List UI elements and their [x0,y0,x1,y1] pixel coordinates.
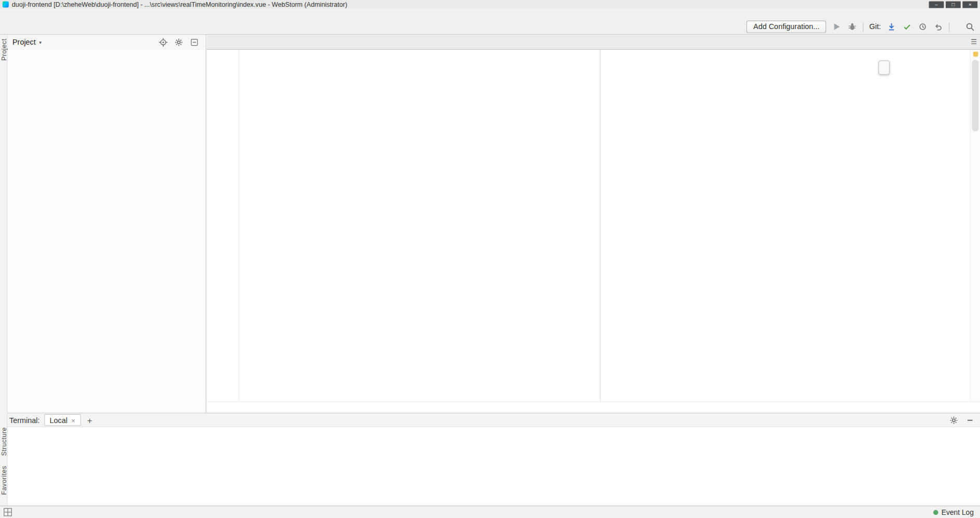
project-panel: Project ▼ [7,35,206,413]
terminal-tab-local[interactable]: Local × [44,414,81,426]
inspection-indicator[interactable] [973,52,978,57]
terminal-output[interactable] [0,427,980,506]
webstorm-window: duoji-frontend [D:\zheheWeb\duoji-fronte… [0,0,980,518]
locate-file-icon[interactable] [158,37,168,47]
statusbar: Event Log [0,506,980,518]
collapse-all-icon[interactable] [190,37,199,47]
close-button[interactable]: × [962,1,977,8]
project-tree[interactable] [7,50,205,413]
run-icon[interactable] [832,22,842,32]
browser-toolbar [878,60,890,75]
event-log-icon [933,510,938,515]
revert-icon[interactable] [933,22,943,32]
code-editor[interactable] [240,50,970,402]
tool-window-switcher-icon[interactable] [4,508,12,516]
code-area[interactable] [207,50,980,402]
toolbar-separator [949,22,949,32]
maximize-button[interactable]: □ [946,1,961,8]
history-icon[interactable] [918,22,928,32]
editor-scrollbar[interactable] [970,50,980,402]
terminal-settings-icon[interactable] [949,415,959,425]
git-commit-icon[interactable] [902,22,912,32]
git-label: Git: [869,22,881,31]
tool-window-stripe: Project Structure Favorites [0,35,7,506]
gear-icon[interactable] [174,37,184,47]
close-icon[interactable]: × [71,416,75,424]
event-log-label: Event Log [942,508,974,515]
project-panel-header: Project ▼ [7,35,205,50]
editor-breadcrumb [207,402,980,413]
search-everywhere-icon[interactable] [965,22,975,32]
titlebar: duoji-frontend [D:\zheheWeb\duoji-fronte… [0,0,980,9]
toolbar-separator [863,22,864,32]
project-panel-title[interactable]: Project [12,38,36,47]
project-panel-actions [158,37,199,47]
terminal-tab-label: Local [50,416,68,425]
git-update-icon[interactable] [887,22,896,32]
window-controls: – □ × [929,1,978,8]
hide-panel-icon[interactable] [965,415,975,425]
menubar [0,9,980,19]
terminal-header: Terminal: Local × + [0,414,980,427]
navigation-bar: Add Configuration... Git: [0,19,980,35]
terminal-actions [949,415,975,425]
terminal-title: Terminal: [9,416,39,425]
terminal-panel: Terminal: Local × + [0,413,980,506]
tool-button-structure[interactable]: Structure [0,427,7,456]
chevron-down-icon[interactable]: ▼ [38,40,43,44]
editor-gutter [207,50,239,402]
webstorm-logo-icon [3,1,9,7]
editor-tab-bar [207,35,980,50]
debug-icon[interactable] [848,22,857,32]
event-log-button[interactable]: Event Log [933,508,974,515]
tool-button-favorites[interactable]: Favorites [0,466,7,495]
tabs-list-icon[interactable]: ☰ [971,38,977,46]
new-terminal-button[interactable]: + [87,415,92,425]
editor: ☰ [207,35,980,413]
minimize-button[interactable]: – [929,1,944,8]
scrollbar-thumb[interactable] [972,60,978,131]
toolbar-right: Add Configuration... Git: [746,21,975,33]
window-title: duoji-frontend [D:\zheheWeb\duoji-fronte… [12,1,347,8]
add-configuration-button[interactable]: Add Configuration... [746,21,826,33]
tool-button-project[interactable]: Project [0,38,7,61]
